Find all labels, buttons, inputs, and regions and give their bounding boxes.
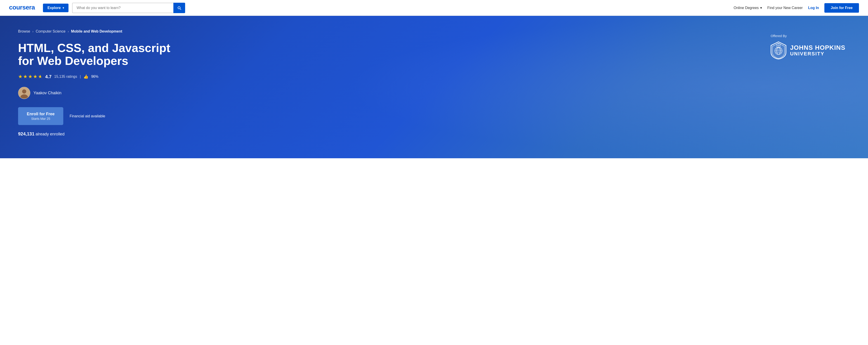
logo[interactable]: coursera <box>9 3 38 12</box>
navbar-right: Online Degrees ▾ Find your New Career Lo… <box>734 3 859 13</box>
offered-by-section: Offered By JOHNS HOPKINS UNIVERSITY <box>771 34 845 59</box>
instructor-name: Yaakov Chaikin <box>33 91 61 95</box>
breadcrumb-computer-science[interactable]: Computer Science <box>36 29 66 33</box>
chevron-down-icon: ▾ <box>760 6 762 10</box>
login-label: Log In <box>808 6 819 10</box>
svg-point-2 <box>22 90 26 94</box>
star-4: ★ <box>33 74 37 80</box>
search-button[interactable] <box>174 3 185 13</box>
search-input[interactable] <box>72 3 185 13</box>
star-rating: ★ ★ ★ ★ ★ <box>18 74 42 80</box>
jhu-shield-icon <box>771 41 786 59</box>
instructor-avatar <box>18 87 30 99</box>
online-degrees-label: Online Degrees <box>734 6 758 10</box>
navbar: coursera Explore ▾ Online Degrees ▾ Find… <box>0 0 868 16</box>
jhu-text: JOHNS HOPKINS UNIVERSITY <box>790 44 845 57</box>
star-1: ★ <box>18 74 23 80</box>
online-degrees-button[interactable]: Online Degrees ▾ <box>734 6 762 10</box>
hero-section: Browse › Computer Science › Mobile and W… <box>0 16 868 158</box>
search-icon <box>177 6 182 10</box>
search-container <box>72 3 185 13</box>
join-free-label: Join for Free <box>831 6 852 10</box>
join-free-button[interactable]: Join for Free <box>825 3 859 13</box>
offered-by-label: Offered By <box>771 34 845 38</box>
logo-text: coursera <box>9 3 38 12</box>
jhu-name-bottom: UNIVERSITY <box>790 51 845 57</box>
enrolled-text: already enrolled <box>35 132 64 136</box>
enroll-label: Enroll for Free <box>26 112 55 117</box>
rating-row: ★ ★ ★ ★ ★ 4.7 15,135 ratings | 👍 96% <box>18 74 176 80</box>
course-title: HTML, CSS, and Javascript for Web Develo… <box>18 41 176 67</box>
rating-number: 4.7 <box>45 74 52 80</box>
enroll-row: Enroll for Free Starts Mar 25 Financial … <box>18 107 176 125</box>
rating-divider: | <box>80 74 81 79</box>
breadcrumb-separator-2: › <box>68 30 69 33</box>
enroll-starts: Starts Mar 25 <box>26 117 55 121</box>
find-career-label: Find your New Career <box>767 6 803 10</box>
university-logo[interactable]: JOHNS HOPKINS UNIVERSITY <box>771 41 845 59</box>
star-3: ★ <box>28 74 33 80</box>
find-career-link[interactable]: Find your New Career <box>767 6 803 10</box>
breadcrumb: Browse › Computer Science › Mobile and W… <box>18 29 176 33</box>
login-button[interactable]: Log In <box>808 6 819 10</box>
explore-button[interactable]: Explore ▾ <box>43 4 68 12</box>
enrolled-strong: 924,131 <box>18 131 34 136</box>
breadcrumb-current: Mobile and Web Development <box>71 29 122 33</box>
jhu-name-top: JOHNS HOPKINS <box>790 44 845 51</box>
enroll-button[interactable]: Enroll for Free Starts Mar 25 <box>18 107 63 125</box>
financial-aid-text: Financial aid available <box>70 114 105 118</box>
svg-text:coursera: coursera <box>9 4 35 11</box>
star-2: ★ <box>23 74 28 80</box>
breadcrumb-separator-1: › <box>32 30 33 33</box>
thumbs-pct: 96% <box>91 74 98 79</box>
star-5-partial: ★ <box>38 74 42 80</box>
hero-content: Browse › Computer Science › Mobile and W… <box>18 29 176 136</box>
thumbs-up-icon: 👍 <box>84 74 88 79</box>
explore-label: Explore <box>48 6 61 10</box>
breadcrumb-browse[interactable]: Browse <box>18 29 30 33</box>
rating-count: 15,135 ratings <box>54 74 77 79</box>
instructor-row: Yaakov Chaikin <box>18 87 176 99</box>
enrolled-count: 924,131 already enrolled <box>18 131 176 136</box>
avatar-image <box>19 87 30 99</box>
chevron-down-icon: ▾ <box>63 6 64 9</box>
